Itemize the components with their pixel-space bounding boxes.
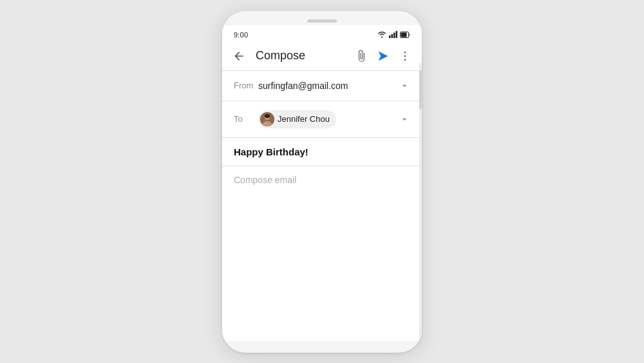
phone-speaker <box>307 19 337 23</box>
from-row[interactable]: From surfingfan@gmail.com <box>222 71 422 101</box>
status-time: 9:00 <box>234 31 248 39</box>
app-bar-title: Compose <box>256 49 347 63</box>
body-row[interactable]: Compose email <box>222 166 422 341</box>
svg-point-8 <box>404 55 406 57</box>
send-button[interactable] <box>373 46 393 66</box>
status-icons <box>377 29 410 41</box>
body-placeholder: Compose email <box>234 175 296 185</box>
scrollbar-track[interactable] <box>419 63 422 340</box>
svg-rect-3 <box>396 31 398 38</box>
recipient-avatar <box>260 112 274 126</box>
from-chevron-icon <box>399 80 410 92</box>
svg-rect-5 <box>401 32 407 37</box>
recipient-chip[interactable]: Jennifer Chou <box>258 110 336 128</box>
svg-point-13 <box>265 114 270 118</box>
attach-button[interactable] <box>351 46 372 66</box>
recipient-name: Jennifer Chou <box>278 114 330 124</box>
phone-frame: 9:00 <box>222 11 422 353</box>
svg-point-9 <box>404 59 406 61</box>
battery-icon <box>400 29 410 41</box>
subject-row[interactable]: Happy Birthday! <box>222 138 422 166</box>
to-chevron-icon <box>399 113 410 125</box>
svg-point-7 <box>404 51 406 53</box>
status-bar: 9:00 <box>222 25 422 42</box>
scrollbar-thumb[interactable] <box>419 70 422 109</box>
to-row[interactable]: To Jennifer Chou <box>222 101 422 137</box>
back-button[interactable] <box>229 46 249 66</box>
wifi-icon <box>377 29 386 41</box>
svg-rect-0 <box>389 35 391 38</box>
signal-icon <box>389 29 397 41</box>
svg-marker-6 <box>379 51 388 61</box>
svg-rect-1 <box>392 34 393 38</box>
from-label: From <box>234 81 258 90</box>
app-bar-actions <box>351 46 415 66</box>
from-value: surfingfan@gmail.com <box>258 81 399 91</box>
subject-value: Happy Birthday! <box>234 146 308 157</box>
svg-rect-2 <box>393 32 395 38</box>
phone-screen: 9:00 <box>222 25 422 341</box>
to-label: To <box>234 114 258 124</box>
app-bar: Compose <box>222 42 422 70</box>
to-value: Jennifer Chou <box>258 110 399 128</box>
more-options-button[interactable] <box>395 46 415 66</box>
